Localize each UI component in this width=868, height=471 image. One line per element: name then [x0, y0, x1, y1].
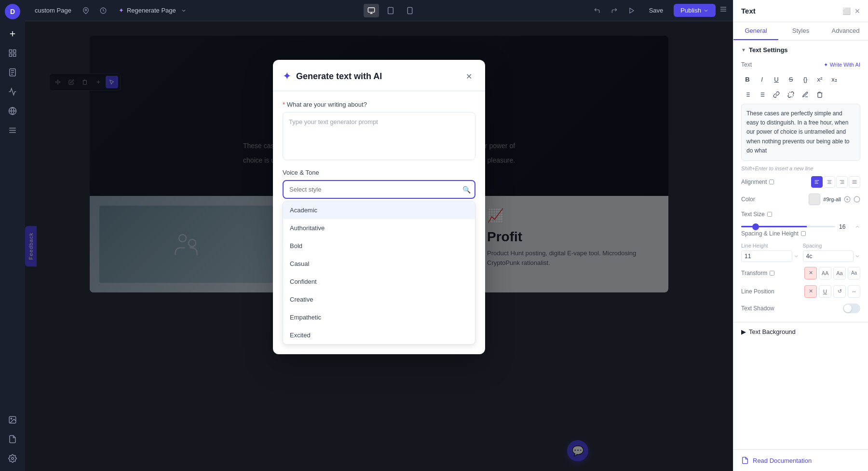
text-bg-chevron: ▶ — [741, 328, 746, 335]
option-confident[interactable]: Confident — [283, 273, 475, 291]
mobile-view-btn[interactable] — [402, 4, 418, 17]
line-height-down-icon[interactable] — [793, 253, 799, 259]
option-authoritative[interactable]: Authoritative — [283, 219, 475, 237]
format-row-1: B I U S {} x² x₂ — [741, 73, 860, 85]
ordered-list-button[interactable] — [741, 88, 754, 101]
link-button[interactable] — [770, 88, 783, 101]
option-academic[interactable]: Academic — [283, 201, 475, 219]
text-shadow-toggle[interactable] — [843, 304, 860, 313]
play-icon[interactable] — [625, 4, 638, 17]
text-background-section[interactable]: ▶ Text Background — [733, 322, 868, 341]
line-pos-overline-btn[interactable]: ↺ — [833, 285, 846, 298]
tab-advanced[interactable]: Advanced — [823, 22, 868, 40]
sidebar-item-analytics[interactable] — [4, 83, 21, 100]
option-excited[interactable]: Excited — [283, 326, 475, 344]
text-shadow-label: Text Shadow — [741, 305, 774, 312]
text-preview[interactable]: These cases are perfectly simple and eas… — [741, 104, 860, 161]
writing-textarea[interactable] — [283, 112, 475, 160]
align-right-btn[interactable] — [836, 176, 848, 188]
tab-general[interactable]: General — [733, 22, 778, 40]
clear-format-button[interactable] — [814, 88, 826, 101]
spacing-down-icon[interactable] — [854, 253, 860, 259]
strikethrough-button[interactable]: S — [785, 73, 797, 85]
pencil-button[interactable] — [799, 88, 812, 101]
align-center-btn[interactable] — [824, 176, 835, 188]
transform-none-btn[interactable]: ✕ — [804, 267, 817, 279]
main-area: custom Page ✦ Regenerate Page — [25, 0, 733, 471]
text-shadow-row: Text Shadow — [741, 304, 860, 313]
tab-styles[interactable]: Styles — [778, 22, 823, 40]
sidebar-item-add[interactable] — [4, 25, 21, 42]
color-hex-value[interactable]: #9rg-all — [823, 196, 841, 202]
panel-close-icon[interactable]: ✕ — [854, 7, 860, 15]
text-size-row: Text Size — [741, 211, 860, 218]
ai-sparkle-icon: ✦ — [824, 62, 828, 68]
option-empathetic[interactable]: Empathetic — [283, 308, 475, 326]
pin-icon[interactable] — [79, 4, 93, 17]
text-settings-chevron: ▼ — [741, 47, 746, 53]
color-picker-icon[interactable] — [844, 196, 851, 203]
subscript-button[interactable]: x₂ — [828, 73, 841, 85]
italic-button[interactable]: I — [756, 73, 768, 85]
sidebar-item-nav[interactable] — [4, 122, 21, 139]
spacing-inputs-row: Line Height Spacing — [741, 243, 860, 262]
align-left-btn[interactable] — [811, 176, 823, 188]
option-creative[interactable]: Creative — [283, 291, 475, 308]
size-slider[interactable] — [741, 226, 835, 227]
underline-button[interactable]: U — [770, 73, 783, 85]
text-label: Text — [741, 61, 752, 68]
color-options-icon[interactable] — [854, 196, 860, 203]
sidebar-item-grid[interactable] — [4, 44, 21, 62]
transform-lowercase-btn[interactable]: Aa — [848, 267, 860, 279]
bold-button[interactable]: B — [741, 73, 754, 85]
sidebar-item-forms[interactable] — [4, 430, 21, 448]
text-settings-body: Text ✦ Write With AI B I U S {} x² x₂ — [733, 57, 868, 322]
sidebar-item-page[interactable] — [4, 64, 21, 81]
view-switcher — [364, 4, 418, 17]
read-docs-button[interactable]: Read Documentation — [733, 449, 868, 471]
sidebar-item-settings[interactable] — [4, 450, 21, 467]
desktop-view-btn[interactable] — [364, 4, 379, 17]
unordered-list-button[interactable] — [756, 88, 768, 101]
unlink-button[interactable] — [785, 88, 797, 101]
size-stepper-icon[interactable] — [854, 224, 860, 230]
modal-overlay[interactable]: ✦ Generate text with AI ✕ * What are you… — [25, 21, 733, 471]
voice-tone-input[interactable] — [283, 180, 475, 199]
option-bold[interactable]: Bold — [283, 237, 475, 255]
superscript-button[interactable]: x² — [814, 73, 826, 85]
sidebar-item-images[interactable] — [4, 411, 21, 429]
undo-icon[interactable] — [590, 4, 604, 17]
sidebar-item-global[interactable] — [4, 102, 21, 120]
panel-copy-icon[interactable]: ⬜ — [842, 7, 851, 15]
format-row-2 — [741, 88, 860, 101]
menu-icon[interactable] — [719, 5, 727, 15]
text-settings-section[interactable]: ▼ Text Settings — [733, 41, 868, 57]
spacing-input[interactable] — [803, 250, 854, 262]
modal-close-button[interactable]: ✕ — [462, 69, 475, 83]
write-ai-button[interactable]: ✦ Write With AI — [824, 62, 860, 68]
page-name[interactable]: custom Page — [31, 5, 75, 16]
transform-uppercase-btn[interactable]: AA — [819, 267, 831, 279]
svg-rect-20 — [368, 8, 375, 12]
svg-marker-27 — [630, 8, 634, 13]
redo-icon[interactable] — [608, 4, 621, 17]
publish-button[interactable]: Publish — [674, 4, 716, 17]
code-button[interactable]: {} — [799, 73, 812, 85]
svg-rect-69 — [770, 271, 774, 275]
hint-text: Shift+Enter to insert a new line — [741, 166, 860, 171]
color-swatch[interactable] — [809, 194, 820, 205]
history-icon[interactable] — [96, 4, 110, 17]
option-casual[interactable]: Casual — [283, 255, 475, 273]
save-button[interactable]: Save — [642, 4, 670, 17]
line-pos-underline-btn[interactable]: U — [819, 285, 831, 298]
regenerate-btn[interactable]: ✦ Regenerate Page — [114, 5, 191, 16]
line-height-input[interactable] — [741, 250, 792, 262]
tablet-view-btn[interactable] — [383, 4, 398, 17]
modal-header: ✦ Generate text with AI ✕ — [273, 60, 485, 91]
line-pos-through-btn[interactable]: ↔ — [848, 285, 860, 298]
align-justify-btn[interactable] — [849, 176, 860, 188]
transform-capitalize-btn[interactable]: Aa — [833, 267, 846, 279]
line-pos-none-btn[interactable]: ✕ — [804, 285, 817, 298]
logo[interactable]: D — [5, 4, 20, 19]
size-value[interactable]: 16 — [839, 223, 851, 230]
